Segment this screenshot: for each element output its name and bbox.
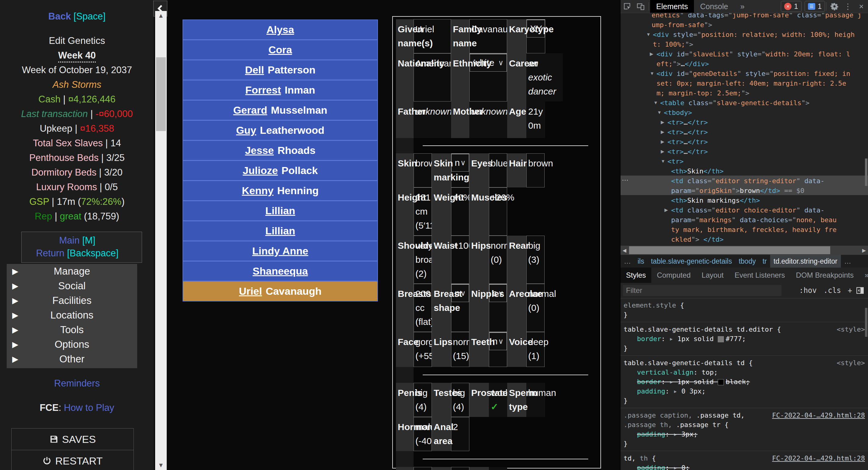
dom-tree-node[interactable]: ty mark, birthmark, freckles, heavily fr… (671, 225, 837, 235)
css-property[interactable]: padding: ▸ 0; (624, 463, 865, 470)
restart-button[interactable]: RESTART (11, 450, 133, 470)
tab-elements[interactable]: Elements (650, 0, 694, 13)
sidebar-item-manage[interactable]: ▶Manage (7, 264, 137, 279)
collapse-arrow-icon[interactable]: ▼ (657, 110, 662, 115)
collapse-arrow-icon[interactable]: ▼ (650, 71, 654, 76)
style-rule[interactable]: element.style {} (621, 298, 868, 322)
scroll-left-icon[interactable]: ◀ (621, 246, 628, 255)
genetic-editor-cell[interactable]: 2 (451, 417, 469, 451)
genetic-editor-cell[interactable]: normal (15) (451, 332, 469, 367)
dom-tree-node[interactable]: <th>Skin markings</th> (671, 196, 760, 206)
dock-sidebar-icon[interactable] (852, 284, 868, 296)
sidebar-item-tools[interactable]: ▶Tools (7, 322, 137, 337)
breadcrumb-item[interactable]: tbody (736, 255, 759, 268)
dom-tree-node[interactable]: param="markings" data-choices="none, bea… (671, 215, 837, 225)
tab-layout[interactable]: Layout (696, 268, 729, 283)
breadcrumb-item[interactable]: ils (634, 255, 648, 268)
dom-tree-node[interactable]: <tr>…</tr> (668, 137, 708, 147)
kebab-menu-icon[interactable]: ⋮ (841, 0, 855, 12)
sidebar-item-locations[interactable]: ▶Locations (7, 308, 137, 322)
expand-arrow-icon[interactable]: ▶ (661, 129, 664, 135)
css-property[interactable]: border: ▸ 1px solid #777; (624, 334, 865, 344)
dom-tree-node[interactable]: <td class="editor choice-editor" data- (671, 206, 825, 215)
console-message-badge[interactable]: ☰ 1 (805, 1, 825, 12)
dom-tree-node[interactable]: <div style="position: relative; width: 1… (653, 30, 855, 40)
expand-arrow-icon[interactable]: ▶ (650, 51, 653, 57)
collapse-arrow-icon[interactable]: ▼ (653, 100, 658, 105)
filter-control-hov[interactable]: :hov (799, 286, 817, 295)
tab-console[interactable]: Console (694, 0, 734, 13)
dom-tree-node[interactable]: eft;">…</div> (656, 59, 709, 69)
main-link[interactable]: Main [M] (0, 234, 154, 247)
style-rule[interactable]: table.slave-genetic-details td.editor {<… (621, 322, 868, 356)
dom-tree-node[interactable]: <td class="editor string-editor" data- (671, 176, 825, 186)
collapse-arrow-icon[interactable]: ▼ (661, 158, 665, 164)
saves-button[interactable]: SAVES (11, 429, 133, 450)
styles-filter-input[interactable] (623, 285, 781, 296)
scrollbar-thumb[interactable] (156, 57, 166, 131)
expand-arrow-icon[interactable]: ▶ (661, 120, 664, 125)
slave-list-item[interactable]: Lillian (183, 221, 377, 241)
breadcrumb-item[interactable]: … (621, 255, 634, 268)
style-rule[interactable]: table.slave-genetic-details td {<style>v… (621, 356, 868, 408)
dom-tree-node[interactable]: <tr>…</tr> (668, 127, 708, 137)
breadcrumb-item[interactable]: … (841, 255, 855, 268)
dom-tree-node[interactable]: <tr>…</tr> (668, 147, 708, 157)
slave-list-item[interactable]: Cora (183, 40, 377, 59)
inspect-icon[interactable] (621, 0, 634, 12)
slave-list-item[interactable]: DellPatterson (183, 60, 377, 80)
slave-list-item[interactable]: UrielCavanaugh (183, 282, 377, 301)
dom-tree-node[interactable]: <div id="slaveList" style="width: 20em; … (656, 50, 850, 59)
horizontal-scrollbar[interactable]: ◀ ▶ (621, 246, 868, 255)
dom-tree-node[interactable]: <tbody> (664, 108, 692, 118)
expand-arrow-icon[interactable]: ▶ (661, 139, 664, 145)
reminders-link[interactable]: Reminders (0, 377, 154, 389)
tab-»[interactable]: » (859, 268, 868, 283)
h-scrollbar-thumb[interactable] (629, 246, 830, 254)
genetic-editor-cell[interactable]: very smart (413, 467, 432, 470)
more-tabs-button[interactable]: » (734, 0, 751, 13)
settings-gear-icon[interactable] (828, 0, 841, 12)
dom-tree-node[interactable]: <tr> (668, 157, 684, 166)
dom-tree-node[interactable]: <tr>…</tr> (668, 118, 708, 127)
stylesheet-link[interactable]: FC-2022-04-…429.html:28 (772, 453, 865, 463)
sidebar-item-social[interactable]: ▶Social (7, 279, 137, 293)
sidebar-scrollbar[interactable]: ▲ ▼ (155, 11, 167, 470)
dom-tree-node[interactable]: enetics" data-tags="jump-from-safe" clas… (652, 13, 862, 20)
tab-computed[interactable]: Computed (651, 268, 696, 283)
scroll-right-icon[interactable]: ▶ (860, 246, 868, 255)
tab-dom-breakpoints[interactable]: DOM Breakpoints (790, 268, 859, 283)
genetic-editor-cell[interactable]: hates women (451, 467, 469, 470)
style-rule[interactable]: td, th {FC-2022-04-…429.html:28padding: … (621, 451, 868, 470)
scroll-down-icon[interactable]: ▼ (155, 462, 167, 469)
dom-tree-node[interactable]: param="origSkin">brown</td> == $0 (671, 186, 804, 196)
genetic-editor-cell[interactable]: normal (0) (489, 236, 507, 284)
return-link[interactable]: Return [Backspace] (0, 247, 154, 259)
filter-control-[interactable]: + (848, 286, 852, 295)
dom-tree-node[interactable]: ckled"> </td> (671, 235, 723, 245)
slave-list-item[interactable]: Lillian (183, 201, 377, 220)
dom-tree-node[interactable]: <th>Skin</th> (671, 166, 723, 176)
sidebar-item-other[interactable]: ▶Other (7, 352, 137, 366)
expand-arrow-icon[interactable]: ▶ (661, 149, 664, 154)
slave-list-item[interactable]: Lindy Anne (183, 241, 377, 260)
breadcrumb-item[interactable]: td.editor.string-editor (770, 255, 841, 268)
dom-tree-node[interactable]: <table class="slave-genetic-details"> (660, 98, 809, 108)
dom-tree-node[interactable]: t: 100%;"> (653, 40, 693, 50)
tab-event-listeners[interactable]: Event Listeners (729, 268, 790, 283)
css-property[interactable]: padding: ▸ 0 3px; (624, 386, 865, 396)
dom-tree-node[interactable]: ump-from-safe"> (652, 20, 712, 30)
tree-scrollbar-thumb[interactable] (865, 158, 867, 186)
css-property[interactable]: border: ▸ 1px solid black; (624, 377, 865, 386)
slave-list-item[interactable]: Shaneequa (183, 261, 377, 281)
expand-arrow-icon[interactable]: ▶ (664, 207, 668, 213)
scroll-up-icon[interactable]: ▲ (155, 12, 167, 19)
filter-control-cls[interactable]: .cls (824, 286, 841, 295)
genetic-choice-select[interactable]: n∨ (452, 154, 469, 171)
css-property[interactable]: padding: ▸ 3px; (624, 430, 865, 439)
slave-list-item[interactable]: Alysa (183, 20, 377, 39)
dom-tree-node[interactable]: set: 0px; margin-left: 40em; margin-righ… (656, 79, 846, 88)
device-toolbar-icon[interactable] (634, 0, 647, 12)
console-error-badge[interactable]: × 1 (781, 1, 801, 12)
tab-styles[interactable]: Styles (621, 268, 651, 283)
